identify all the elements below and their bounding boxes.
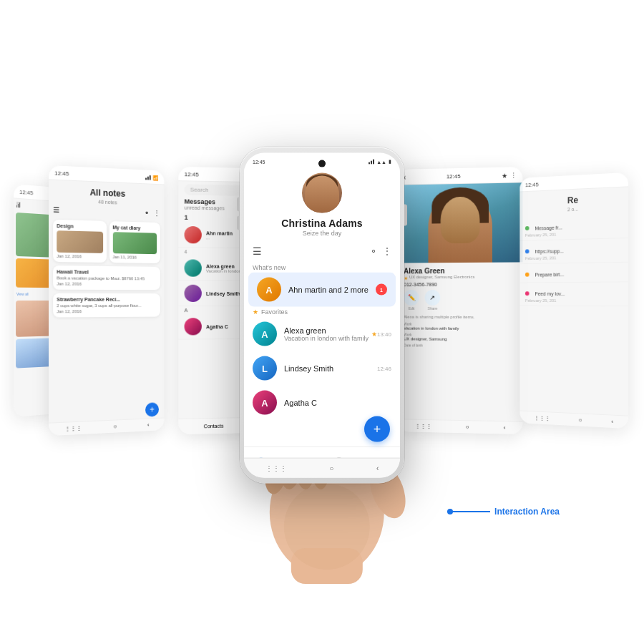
svg-point-7 [284,484,370,570]
power-button[interactable] [404,205,407,226]
avatar-lindsey: L [253,356,277,381]
note-pancake-title: Strawberry Pancake Reci... [57,297,157,302]
contact-share-btn[interactable]: ↗ Share [425,290,441,311]
badge-ahn: 1 [376,284,387,296]
whats-new-label: What's new [244,261,400,273]
android-menu-btn[interactable]: ⋮⋮⋮ [265,464,287,472]
phone-screen: 12:45 ▲▲ ▮ Christina Adams [244,153,400,478]
contact-phone: 012-3456-7890 [404,282,517,287]
android-back-btn[interactable]: ‹ [376,464,379,472]
favorites-section: ★ Favorites [244,307,400,317]
note-design-title: Design [57,223,102,230]
reminder-2[interactable]: https://supp... February 25, 201 [519,238,628,264]
contact-item-alexa[interactable]: A Alexa green Vacation in london with fa… [244,317,400,351]
nav-contacts[interactable]: Contacts [204,424,224,429]
status-time: 12:45 [253,159,265,164]
right-time: 12:45 [447,173,461,180]
main-phone: 12:45 ▲▲ ▮ Christina Adams [240,147,404,484]
reminder-1[interactable]: Message fr... February 25, 201 [519,214,628,241]
avatar-ahn: A [257,278,281,302]
search-icon[interactable]: ⚬ [370,246,377,256]
volume-up-button[interactable] [237,197,240,212]
avatar-face [305,176,339,213]
phone-shell: 12:45 ▲▲ ▮ Christina Adams [240,147,404,484]
note-hawaii-title: Hawaii Travel [57,269,157,275]
callout-dot [447,509,453,514]
profile-section: Christina Adams Seize the day [244,167,400,241]
reminder-4[interactable]: Feed my lov... February 25, 201 [519,282,628,306]
contact-item-ahn[interactable]: A Ahn martin and 2 more 1 [248,273,396,307]
contact-more-btn[interactable]: ⋮ [510,172,517,179]
screen-right-contact: ‹ 12:45 ★ ⋮ Alexa Green ★ UX designer, S… [398,167,522,434]
contact-name-ahn: Ahn martin and 2 more [288,286,376,294]
svg-rect-6 [291,548,363,584]
contact-desc-alexa: Vacation in london with family [284,335,369,342]
contact-item-lindsey[interactable]: L Lindsey Smith 12:46 [244,351,400,386]
favorites-label: Favorites [261,308,288,316]
screen-left-notes: 12:45 📶 All notes 48 notes ☰ ⚬⋮ Design J… [49,165,164,436]
alexa-time: 13:40 [377,331,391,337]
android-nav: ⋮⋮⋮ ○ ‹ [244,458,400,478]
profile-name: Christina Adams [281,218,363,229]
contact-name-agatha: Agatha C [284,399,391,407]
avatar-agatha: A [253,391,277,415]
contact-item-agatha[interactable]: A Agatha C [244,386,400,420]
app-topbar: ☰ ⚬ ⋮ [244,241,400,261]
scene: 12:45 View all 12:45 📶 All notes 4 [0,0,644,644]
fab-plus-icon: + [374,421,381,436]
msg-avatar-alexa [185,259,202,276]
callout-line [447,511,490,512]
menu-icon[interactable]: ☰ [253,245,262,257]
msg-avatar-agatha [185,318,202,335]
msg-avatar-lindsey [185,285,202,302]
left-time: 12:45 [54,170,69,177]
battery-icon: ▮ [389,159,391,165]
phone-notch [318,160,326,167]
contact-name-alexa: Alexa green [284,326,369,335]
contact-name-lindsey: Lindsey Smith [284,364,377,373]
far-right-time: 12:45 [525,181,539,188]
volume-down-button[interactable] [237,216,240,230]
msg-avatar-ahn [185,226,202,243]
signal-icon [369,159,374,164]
alexa-star-icon: ★ [371,331,377,338]
avatar [302,173,342,213]
wifi-icon: ▲▲ [376,159,386,164]
notes-fab[interactable]: + [145,402,159,416]
far-left-time: 12:45 [19,189,33,197]
callout-text: Interaction Area [494,507,560,517]
fab-button[interactable]: + [364,416,390,442]
lindsey-time: 12:46 [377,365,391,371]
more-icon[interactable]: ⋮ [383,246,391,256]
favorites-star-icon: ★ [253,308,258,316]
contact-role: UX designer, Samsung Electronics [409,275,474,279]
contact-star-btn[interactable]: ★ [502,172,507,179]
avatar-alexa: A [253,322,277,346]
contact-edit-btn[interactable]: ✏️ Edit [404,290,419,311]
note-catdiary-title: My cat diary [112,225,157,231]
contact-name: Alexa Green [404,267,517,275]
android-home-btn[interactable]: ○ [329,464,333,472]
center-left-time: 12:45 [185,171,199,177]
contact-status: Alexa is sharing multiple profile items. [404,315,517,319]
profile-subtitle: Seize the day [303,230,342,237]
reminder-3[interactable]: Prepare birt... [519,263,628,283]
callout: Interaction Area [447,507,560,517]
screen-far-right: 12:45 Re 2 o... Message fr... February 2… [519,172,628,429]
